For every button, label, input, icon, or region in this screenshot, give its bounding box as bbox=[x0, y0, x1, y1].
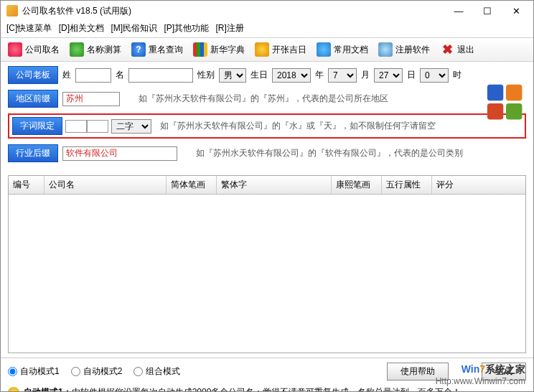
svg-rect-0 bbox=[487, 85, 503, 101]
col-trad[interactable]: 繁体字 bbox=[217, 176, 332, 194]
results-table[interactable]: 编号 公司名 简体笔画 繁体字 康熙笔画 五行属性 评分 bbox=[8, 175, 526, 353]
industry-suffix-button[interactable]: 行业后缀 bbox=[8, 144, 58, 162]
given-input[interactable] bbox=[128, 68, 193, 83]
limit-count-select[interactable]: 二字 bbox=[111, 119, 151, 134]
col-company[interactable]: 公司名 bbox=[44, 176, 167, 194]
birth-label: 生日 bbox=[250, 69, 268, 81]
col-simp-strokes[interactable]: 简体笔画 bbox=[167, 176, 217, 194]
limit-char-2[interactable] bbox=[87, 120, 108, 133]
star-icon bbox=[255, 42, 269, 57]
svg-rect-2 bbox=[487, 103, 503, 119]
menu-other[interactable]: [P]其他功能 bbox=[164, 23, 209, 33]
given-label: 名 bbox=[116, 69, 124, 81]
day-select[interactable]: 27 bbox=[374, 68, 403, 83]
tool-exit[interactable]: ✖退出 bbox=[440, 42, 474, 57]
gender-select[interactable]: 男 bbox=[219, 68, 246, 83]
suffix-hint: 如『苏州水天软件有限公司』的『软件有限公司』，代表的是公司类别 bbox=[196, 147, 463, 159]
col-score[interactable]: 评分 bbox=[432, 176, 525, 194]
col-id[interactable]: 编号 bbox=[9, 176, 44, 194]
mode-combo[interactable]: 组合模式 bbox=[134, 365, 180, 378]
monitor-icon bbox=[378, 42, 393, 57]
boss-button[interactable]: 公司老板 bbox=[8, 66, 58, 84]
region-prefix-button[interactable]: 地区前缀 bbox=[8, 90, 58, 108]
menu-register[interactable]: [R]注册 bbox=[215, 23, 243, 33]
mode-auto2[interactable]: 自动模式2 bbox=[71, 365, 123, 378]
limit-char-1[interactable] bbox=[65, 120, 87, 133]
menu-quick[interactable]: [C]快速菜单 bbox=[6, 23, 52, 33]
hour-select[interactable]: 0 bbox=[420, 68, 449, 83]
help-button[interactable]: 使用帮助 bbox=[387, 363, 449, 381]
footer-label: 自动模式1： bbox=[24, 386, 72, 392]
col-kangxi[interactable]: 康熙笔画 bbox=[332, 176, 382, 194]
tool-dictionary[interactable]: 新华字典 bbox=[193, 42, 245, 57]
app-icon bbox=[6, 5, 18, 17]
office-logo-icon bbox=[486, 83, 526, 123]
month-select[interactable]: 7 bbox=[328, 68, 357, 83]
svg-rect-1 bbox=[506, 85, 522, 101]
menu-folk[interactable]: [M]民俗知识 bbox=[111, 23, 157, 33]
window-title: 公司取名软件 v18.5 (试用版) bbox=[22, 5, 444, 17]
mode-auto1[interactable]: 自动模式1 bbox=[8, 365, 60, 378]
heart-icon bbox=[8, 42, 22, 57]
arrow-icon bbox=[70, 42, 84, 57]
year-select[interactable]: 2018 bbox=[272, 68, 311, 83]
close-icon: ✖ bbox=[440, 42, 454, 57]
region-hint: 如『苏州水天软件有限公司』的『苏州』，代表的是公司所在地区 bbox=[139, 93, 388, 105]
svg-rect-3 bbox=[506, 103, 522, 119]
tool-name-calc[interactable]: 名称测算 bbox=[70, 42, 121, 57]
tool-dup-query[interactable]: ?重名查询 bbox=[131, 42, 183, 57]
col-wuxing[interactable]: 五行属性 bbox=[382, 176, 432, 194]
menubar[interactable]: [C]快速菜单 [D]相关文档 [M]民俗知识 [P]其他功能 [R]注册 bbox=[1, 21, 533, 38]
bulb-icon bbox=[8, 387, 19, 393]
minimize-button[interactable]: — bbox=[444, 1, 473, 21]
flag-icon bbox=[193, 42, 207, 57]
suffix-input[interactable] bbox=[62, 146, 177, 161]
word-limit-button[interactable]: 字词限定 bbox=[12, 117, 62, 135]
footer-text: 由软件根据您设置每次自动生成2000多个公司名；觉得不满意可重复生成，名称总量达… bbox=[72, 386, 462, 392]
doc-icon bbox=[317, 42, 331, 57]
generate-button[interactable]: 生成 bbox=[482, 363, 526, 381]
tool-company-name[interactable]: 公司取名 bbox=[8, 42, 60, 57]
surname-input[interactable] bbox=[75, 68, 111, 83]
question-icon: ? bbox=[131, 42, 146, 57]
maximize-button[interactable]: ☐ bbox=[473, 1, 502, 21]
tool-lucky-day[interactable]: 开张吉日 bbox=[255, 42, 306, 57]
close-button[interactable]: ✕ bbox=[502, 1, 530, 21]
tool-common-docs[interactable]: 常用文档 bbox=[317, 42, 368, 57]
limit-hint: 如『苏州水天软件有限公司』的『水』或『天』，如不限制任何字请留空 bbox=[160, 120, 436, 132]
tool-register[interactable]: 注册软件 bbox=[378, 42, 430, 57]
surname-label: 姓 bbox=[62, 69, 71, 81]
word-limit-row: 字词限定 二字 如『苏州水天软件有限公司』的『水』或『天』，如不限制任何字请留空 bbox=[8, 113, 526, 139]
gender-label: 性别 bbox=[197, 69, 215, 81]
region-input[interactable] bbox=[62, 92, 120, 106]
menu-docs[interactable]: [D]相关文档 bbox=[59, 23, 104, 33]
